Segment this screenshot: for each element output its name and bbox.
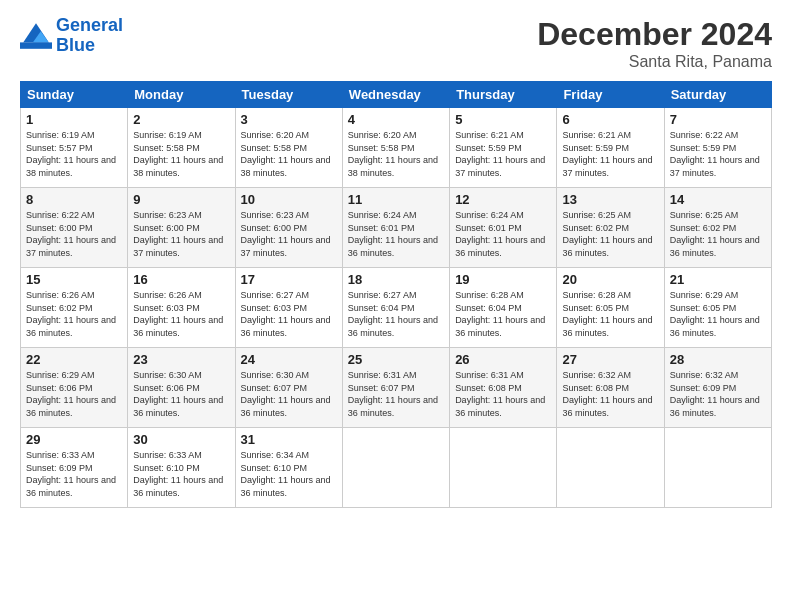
title-block: December 2024 Santa Rita, Panama bbox=[537, 16, 772, 71]
calendar-cell: 12 Sunrise: 6:24 AMSunset: 6:01 PMDaylig… bbox=[450, 188, 557, 268]
calendar-cell: 26 Sunrise: 6:31 AMSunset: 6:08 PMDaylig… bbox=[450, 348, 557, 428]
header-day-friday: Friday bbox=[557, 82, 664, 108]
cell-text: Sunrise: 6:19 AMSunset: 5:58 PMDaylight:… bbox=[133, 130, 223, 178]
header-day-thursday: Thursday bbox=[450, 82, 557, 108]
cell-text: Sunrise: 6:33 AMSunset: 6:10 PMDaylight:… bbox=[133, 450, 223, 498]
cell-text: Sunrise: 6:23 AMSunset: 6:00 PMDaylight:… bbox=[241, 210, 331, 258]
day-number: 16 bbox=[133, 272, 229, 287]
cell-text: Sunrise: 6:31 AMSunset: 6:07 PMDaylight:… bbox=[348, 370, 438, 418]
day-number: 22 bbox=[26, 352, 122, 367]
calendar-cell: 31 Sunrise: 6:34 AMSunset: 6:10 PMDaylig… bbox=[235, 428, 342, 508]
day-number: 5 bbox=[455, 112, 551, 127]
header-day-saturday: Saturday bbox=[664, 82, 771, 108]
header: General Blue December 2024 Santa Rita, P… bbox=[20, 16, 772, 71]
day-number: 27 bbox=[562, 352, 658, 367]
week-row-4: 22 Sunrise: 6:29 AMSunset: 6:06 PMDaylig… bbox=[21, 348, 772, 428]
day-number: 6 bbox=[562, 112, 658, 127]
cell-text: Sunrise: 6:28 AMSunset: 6:04 PMDaylight:… bbox=[455, 290, 545, 338]
calendar-cell: 23 Sunrise: 6:30 AMSunset: 6:06 PMDaylig… bbox=[128, 348, 235, 428]
calendar-cell: 20 Sunrise: 6:28 AMSunset: 6:05 PMDaylig… bbox=[557, 268, 664, 348]
day-number: 1 bbox=[26, 112, 122, 127]
cell-text: Sunrise: 6:21 AMSunset: 5:59 PMDaylight:… bbox=[455, 130, 545, 178]
calendar-cell: 30 Sunrise: 6:33 AMSunset: 6:10 PMDaylig… bbox=[128, 428, 235, 508]
header-row: SundayMondayTuesdayWednesdayThursdayFrid… bbox=[21, 82, 772, 108]
day-number: 8 bbox=[26, 192, 122, 207]
day-number: 14 bbox=[670, 192, 766, 207]
cell-text: Sunrise: 6:30 AMSunset: 6:07 PMDaylight:… bbox=[241, 370, 331, 418]
week-row-3: 15 Sunrise: 6:26 AMSunset: 6:02 PMDaylig… bbox=[21, 268, 772, 348]
day-number: 30 bbox=[133, 432, 229, 447]
cell-text: Sunrise: 6:20 AMSunset: 5:58 PMDaylight:… bbox=[348, 130, 438, 178]
location-title: Santa Rita, Panama bbox=[537, 53, 772, 71]
day-number: 19 bbox=[455, 272, 551, 287]
cell-text: Sunrise: 6:23 AMSunset: 6:00 PMDaylight:… bbox=[133, 210, 223, 258]
logo-text: General Blue bbox=[56, 16, 123, 56]
calendar-cell: 17 Sunrise: 6:27 AMSunset: 6:03 PMDaylig… bbox=[235, 268, 342, 348]
week-row-5: 29 Sunrise: 6:33 AMSunset: 6:09 PMDaylig… bbox=[21, 428, 772, 508]
calendar-cell: 15 Sunrise: 6:26 AMSunset: 6:02 PMDaylig… bbox=[21, 268, 128, 348]
cell-text: Sunrise: 6:29 AMSunset: 6:06 PMDaylight:… bbox=[26, 370, 116, 418]
header-day-sunday: Sunday bbox=[21, 82, 128, 108]
day-number: 31 bbox=[241, 432, 337, 447]
calendar-body: 1 Sunrise: 6:19 AMSunset: 5:57 PMDayligh… bbox=[21, 108, 772, 508]
calendar-cell: 10 Sunrise: 6:23 AMSunset: 6:00 PMDaylig… bbox=[235, 188, 342, 268]
day-number: 20 bbox=[562, 272, 658, 287]
svg-rect-3 bbox=[20, 42, 52, 48]
calendar-cell: 29 Sunrise: 6:33 AMSunset: 6:09 PMDaylig… bbox=[21, 428, 128, 508]
day-number: 9 bbox=[133, 192, 229, 207]
calendar-cell: 1 Sunrise: 6:19 AMSunset: 5:57 PMDayligh… bbox=[21, 108, 128, 188]
day-number: 21 bbox=[670, 272, 766, 287]
calendar-cell: 4 Sunrise: 6:20 AMSunset: 5:58 PMDayligh… bbox=[342, 108, 449, 188]
day-number: 24 bbox=[241, 352, 337, 367]
day-number: 7 bbox=[670, 112, 766, 127]
cell-text: Sunrise: 6:27 AMSunset: 6:03 PMDaylight:… bbox=[241, 290, 331, 338]
cell-text: Sunrise: 6:25 AMSunset: 6:02 PMDaylight:… bbox=[562, 210, 652, 258]
day-number: 13 bbox=[562, 192, 658, 207]
cell-text: Sunrise: 6:24 AMSunset: 6:01 PMDaylight:… bbox=[348, 210, 438, 258]
calendar-cell: 16 Sunrise: 6:26 AMSunset: 6:03 PMDaylig… bbox=[128, 268, 235, 348]
cell-text: Sunrise: 6:20 AMSunset: 5:58 PMDaylight:… bbox=[241, 130, 331, 178]
calendar-table: SundayMondayTuesdayWednesdayThursdayFrid… bbox=[20, 81, 772, 508]
cell-text: Sunrise: 6:32 AMSunset: 6:09 PMDaylight:… bbox=[670, 370, 760, 418]
day-number: 4 bbox=[348, 112, 444, 127]
calendar-cell: 6 Sunrise: 6:21 AMSunset: 5:59 PMDayligh… bbox=[557, 108, 664, 188]
cell-text: Sunrise: 6:34 AMSunset: 6:10 PMDaylight:… bbox=[241, 450, 331, 498]
calendar-cell: 13 Sunrise: 6:25 AMSunset: 6:02 PMDaylig… bbox=[557, 188, 664, 268]
cell-text: Sunrise: 6:31 AMSunset: 6:08 PMDaylight:… bbox=[455, 370, 545, 418]
cell-text: Sunrise: 6:30 AMSunset: 6:06 PMDaylight:… bbox=[133, 370, 223, 418]
cell-text: Sunrise: 6:21 AMSunset: 5:59 PMDaylight:… bbox=[562, 130, 652, 178]
calendar-cell: 24 Sunrise: 6:30 AMSunset: 6:07 PMDaylig… bbox=[235, 348, 342, 428]
cell-text: Sunrise: 6:27 AMSunset: 6:04 PMDaylight:… bbox=[348, 290, 438, 338]
cell-text: Sunrise: 6:19 AMSunset: 5:57 PMDaylight:… bbox=[26, 130, 116, 178]
calendar-cell: 14 Sunrise: 6:25 AMSunset: 6:02 PMDaylig… bbox=[664, 188, 771, 268]
day-number: 2 bbox=[133, 112, 229, 127]
calendar-cell: 9 Sunrise: 6:23 AMSunset: 6:00 PMDayligh… bbox=[128, 188, 235, 268]
month-title: December 2024 bbox=[537, 16, 772, 53]
cell-text: Sunrise: 6:32 AMSunset: 6:08 PMDaylight:… bbox=[562, 370, 652, 418]
calendar-cell bbox=[342, 428, 449, 508]
calendar-cell: 8 Sunrise: 6:22 AMSunset: 6:00 PMDayligh… bbox=[21, 188, 128, 268]
header-day-tuesday: Tuesday bbox=[235, 82, 342, 108]
day-number: 17 bbox=[241, 272, 337, 287]
calendar-cell: 21 Sunrise: 6:29 AMSunset: 6:05 PMDaylig… bbox=[664, 268, 771, 348]
calendar-header: SundayMondayTuesdayWednesdayThursdayFrid… bbox=[21, 82, 772, 108]
calendar-cell: 22 Sunrise: 6:29 AMSunset: 6:06 PMDaylig… bbox=[21, 348, 128, 428]
calendar-cell: 7 Sunrise: 6:22 AMSunset: 5:59 PMDayligh… bbox=[664, 108, 771, 188]
page: General Blue December 2024 Santa Rita, P… bbox=[0, 0, 792, 612]
calendar-cell: 27 Sunrise: 6:32 AMSunset: 6:08 PMDaylig… bbox=[557, 348, 664, 428]
calendar-cell bbox=[450, 428, 557, 508]
week-row-2: 8 Sunrise: 6:22 AMSunset: 6:00 PMDayligh… bbox=[21, 188, 772, 268]
calendar-cell: 18 Sunrise: 6:27 AMSunset: 6:04 PMDaylig… bbox=[342, 268, 449, 348]
day-number: 28 bbox=[670, 352, 766, 367]
calendar-cell: 3 Sunrise: 6:20 AMSunset: 5:58 PMDayligh… bbox=[235, 108, 342, 188]
cell-text: Sunrise: 6:26 AMSunset: 6:02 PMDaylight:… bbox=[26, 290, 116, 338]
cell-text: Sunrise: 6:22 AMSunset: 6:00 PMDaylight:… bbox=[26, 210, 116, 258]
week-row-1: 1 Sunrise: 6:19 AMSunset: 5:57 PMDayligh… bbox=[21, 108, 772, 188]
header-day-wednesday: Wednesday bbox=[342, 82, 449, 108]
logo-icon bbox=[20, 20, 52, 52]
day-number: 23 bbox=[133, 352, 229, 367]
cell-text: Sunrise: 6:26 AMSunset: 6:03 PMDaylight:… bbox=[133, 290, 223, 338]
header-day-monday: Monday bbox=[128, 82, 235, 108]
day-number: 12 bbox=[455, 192, 551, 207]
calendar-cell: 2 Sunrise: 6:19 AMSunset: 5:58 PMDayligh… bbox=[128, 108, 235, 188]
